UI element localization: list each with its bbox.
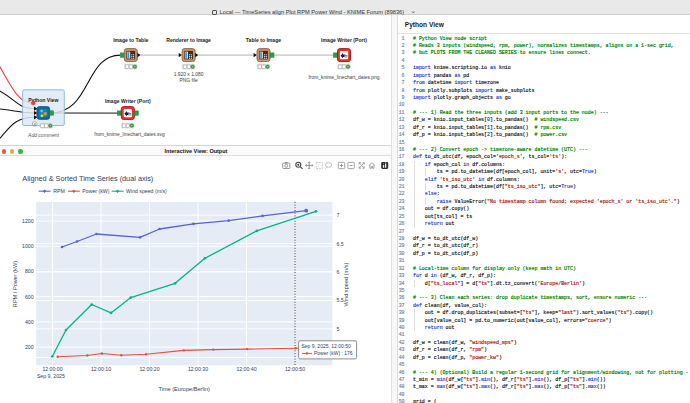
svg-text:from_knime_linechart_dates.png: from_knime_linechart_dates.png — [309, 74, 380, 79]
svg-text:Renderer to Image: Renderer to Image — [166, 37, 211, 43]
svg-text:1.920 x 1.080: 1.920 x 1.080 — [174, 72, 204, 77]
svg-text:Add comment: Add comment — [27, 131, 59, 137]
svg-text:7: 7 — [337, 212, 340, 218]
svg-text:12:00:40: 12:00:40 — [236, 365, 256, 371]
svg-text:from_knime_linechart_dates.svg: from_knime_linechart_dates.svg — [94, 132, 165, 137]
svg-text:Sep 9, 2025: Sep 9, 2025 — [37, 372, 65, 378]
svg-text:12:00:20: 12:00:20 — [139, 365, 159, 371]
svg-text:Image Writer (Port): Image Writer (Port) — [105, 98, 151, 104]
svg-text:6.5: 6.5 — [337, 240, 344, 246]
svg-text:12:00:30: 12:00:30 — [188, 365, 208, 371]
svg-text:800: 800 — [25, 268, 34, 274]
svg-text:12:00:00: 12:00:00 — [42, 365, 62, 371]
svg-text:5: 5 — [337, 325, 340, 331]
svg-text:200: 200 — [25, 344, 34, 350]
svg-text:1200: 1200 — [22, 218, 34, 224]
svg-text:12:00:10: 12:00:10 — [91, 365, 111, 371]
svg-text:Wind speed (m/s): Wind speed (m/s) — [343, 262, 349, 306]
svg-text:Power (kW): Power (kW) — [82, 188, 109, 194]
svg-text:RPM: RPM — [53, 188, 65, 194]
svg-text:Wind speed (m/s): Wind speed (m/s) — [126, 188, 167, 194]
svg-text:12:00:50: 12:00:50 — [285, 365, 305, 371]
svg-text:1000: 1000 — [22, 243, 34, 249]
svg-text:Image Writer (Port): Image Writer (Port) — [321, 37, 367, 43]
svg-text:6: 6 — [337, 268, 340, 274]
svg-text:Table to Image: Table to Image — [246, 37, 281, 43]
svg-text:Image to Table: Image to Table — [113, 37, 148, 43]
svg-text:Time (Europe/Berlin): Time (Europe/Berlin) — [158, 385, 210, 391]
svg-text:Sep 9, 2025, 12:00:50: Sep 9, 2025, 12:00:50 — [302, 342, 351, 348]
svg-text:PNG file: PNG file — [179, 78, 197, 83]
svg-text:600: 600 — [25, 293, 34, 299]
svg-text:Aligned & Sorted Time Series (: Aligned & Sorted Time Series (dual axis) — [22, 173, 153, 182]
svg-text:Power (kW) : 176: Power (kW) : 176 — [314, 350, 353, 356]
svg-text:400: 400 — [25, 318, 34, 324]
svg-text:RPM / Power (kW): RPM / Power (kW) — [12, 260, 18, 306]
